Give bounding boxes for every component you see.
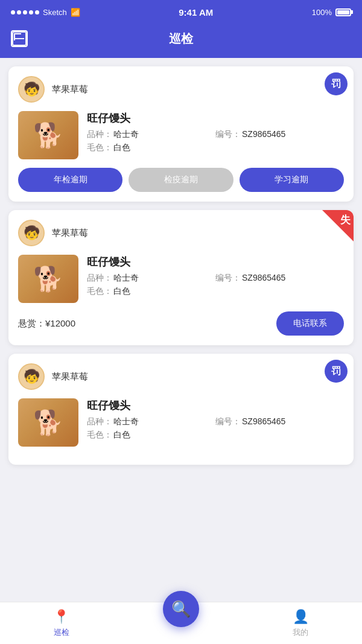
owner-name-3: 苹果草莓 (52, 371, 88, 383)
color-value-1: 白色 (113, 142, 130, 153)
owner-name-2: 苹果草莓 (52, 228, 88, 239)
action-row-1: 年检逾期 检疫逾期 学习逾期 (18, 168, 344, 192)
pet-name-2: 旺仔馒头 (87, 255, 344, 269)
app-header: 巡检 (0, 24, 362, 58)
id-label-3: 编号： (215, 416, 241, 427)
card-header-3: 🧒 苹果草莓 (18, 363, 344, 390)
avatar-2: 🧒 (18, 220, 45, 246)
pet-meta-3: 品种： 哈士奇 编号： SZ9865465 毛色： 白色 (87, 416, 344, 441)
search-fab[interactable]: 🔍 (163, 591, 199, 627)
pet-card-2: 🧒 苹果草莓 失 🐕 旺仔馒头 品种： 哈士奇 编号： (8, 210, 354, 345)
avatar-3: 🧒 (18, 363, 45, 390)
status-bar: Sketch 📶 9:41 AM 100% (0, 0, 362, 24)
pet-meta-1: 品种： 哈士奇 编号： SZ9865465 毛色： 白色 (87, 129, 344, 153)
breed-value-3: 哈士奇 (113, 416, 139, 427)
breed-label-2: 品种： (87, 273, 112, 284)
color-label-1: 毛色： (87, 142, 112, 153)
id-value-2: SZ9865465 (242, 273, 285, 284)
pet-image-3: 🐕 (18, 398, 78, 447)
breed-value-1: 哈士奇 (113, 129, 139, 140)
pet-id-1: 编号： SZ9865465 (215, 129, 344, 140)
content-area: 🧒 苹果草莓 罚 🐕 旺仔馒头 品种： 哈士奇 编号： SZ9865465 (0, 58, 362, 513)
carrier-label: Sketch (43, 8, 67, 17)
card-header-2: 🧒 苹果草莓 (18, 220, 344, 246)
quarantine-btn[interactable]: 检疫逾期 (129, 168, 233, 192)
pet-card-3: 🧒 苹果草莓 罚 🐕 旺仔馒头 品种： 哈士奇 编号： SZ9865465 (8, 354, 354, 465)
penalty-badge-3: 罚 (325, 360, 348, 383)
color-value-2: 白色 (113, 286, 130, 297)
id-label-1: 编号： (215, 129, 241, 140)
avatar-1: 🧒 (18, 76, 45, 103)
avatar-emoji-2: 🧒 (24, 225, 40, 241)
contact-button[interactable]: 电话联系 (276, 311, 344, 336)
pet-name-1: 旺仔馒头 (87, 111, 344, 126)
pet-image-1: 🐕 (18, 111, 78, 159)
avatar-emoji-1: 🧒 (24, 81, 40, 97)
id-value-1: SZ9865465 (242, 129, 285, 140)
pet-card-1: 🧒 苹果草莓 罚 🐕 旺仔馒头 品种： 哈士奇 编号： SZ9865465 (8, 66, 354, 202)
pet-color-1: 毛色： 白色 (87, 142, 215, 153)
pet-info-row-2: 🐕 旺仔馒头 品种： 哈士奇 编号： SZ9865465 毛色： 白色 (18, 255, 344, 303)
nav-item-mine[interactable]: 👤 我的 (276, 609, 325, 638)
pet-id-3: 编号： SZ9865465 (215, 416, 344, 427)
pet-details-1: 旺仔馒头 品种： 哈士奇 编号： SZ9865465 毛色： 白色 (87, 111, 344, 153)
breed-label-3: 品种： (87, 416, 112, 427)
breed-value-2: 哈士奇 (113, 273, 139, 284)
status-right: 100% (312, 8, 351, 17)
signal-dots (11, 10, 39, 14)
battery-icon (335, 8, 351, 16)
patrol-label: 巡检 (54, 627, 69, 638)
id-label-2: 编号： (215, 273, 241, 284)
scan-button[interactable] (11, 30, 28, 47)
color-label-2: 毛色： (87, 286, 112, 297)
pet-details-3: 旺仔馒头 品种： 哈士奇 编号： SZ9865465 毛色： 白色 (87, 398, 344, 441)
lost-badge-container: 失 (322, 210, 354, 241)
annual-check-btn[interactable]: 年检逾期 (18, 168, 122, 192)
mine-label: 我的 (293, 627, 308, 638)
study-btn[interactable]: 学习逾期 (240, 168, 344, 192)
status-left: Sketch 📶 (11, 8, 80, 17)
reward-amount: 悬赏：¥12000 (18, 318, 75, 330)
owner-name-1: 苹果草莓 (52, 84, 88, 95)
penalty-badge-1: 罚 (325, 72, 348, 95)
battery-label: 100% (312, 8, 332, 17)
id-value-3: SZ9865465 (242, 416, 285, 427)
pet-breed-2: 品种： 哈士奇 (87, 273, 215, 284)
mine-icon: 👤 (293, 609, 309, 625)
nav-item-patrol[interactable]: 📍 巡检 (37, 609, 86, 638)
clock: 9:41 AM (179, 7, 213, 18)
search-fab-icon: 🔍 (171, 600, 191, 619)
breed-label-1: 品种： (87, 129, 112, 140)
color-label-3: 毛色： (87, 430, 112, 441)
lost-badge-text: 失 (340, 213, 351, 227)
page-title: 巡检 (169, 31, 193, 47)
patrol-icon: 📍 (53, 609, 69, 625)
pet-breed-1: 品种： 哈士奇 (87, 129, 215, 140)
pet-details-2: 旺仔馒头 品种： 哈士奇 编号： SZ9865465 毛色： 白色 (87, 255, 344, 297)
pet-info-row-1: 🐕 旺仔馒头 品种： 哈士奇 编号： SZ9865465 毛色： 白色 (18, 111, 344, 159)
pet-image-2: 🐕 (18, 255, 78, 303)
pet-id-2: 编号： SZ9865465 (215, 273, 344, 284)
pet-breed-3: 品种： 哈士奇 (87, 416, 215, 427)
wifi-icon: 📶 (71, 8, 80, 17)
pet-color-2: 毛色： 白色 (87, 286, 215, 297)
pet-color-3: 毛色： 白色 (87, 430, 215, 441)
pet-info-row-3: 🐕 旺仔馒头 品种： 哈士奇 编号： SZ9865465 毛色： 白色 (18, 398, 344, 447)
scan-icon (12, 31, 27, 46)
pet-meta-2: 品种： 哈士奇 编号： SZ9865465 毛色： 白色 (87, 273, 344, 297)
reward-value: ¥12000 (45, 318, 75, 328)
color-value-3: 白色 (113, 430, 130, 441)
reward-label: 悬赏： (18, 318, 45, 328)
reward-row: 悬赏：¥12000 电话联系 (18, 311, 344, 336)
pet-name-3: 旺仔馒头 (87, 398, 344, 413)
card-header-1: 🧒 苹果草莓 (18, 76, 344, 103)
avatar-emoji-3: 🧒 (24, 369, 40, 384)
